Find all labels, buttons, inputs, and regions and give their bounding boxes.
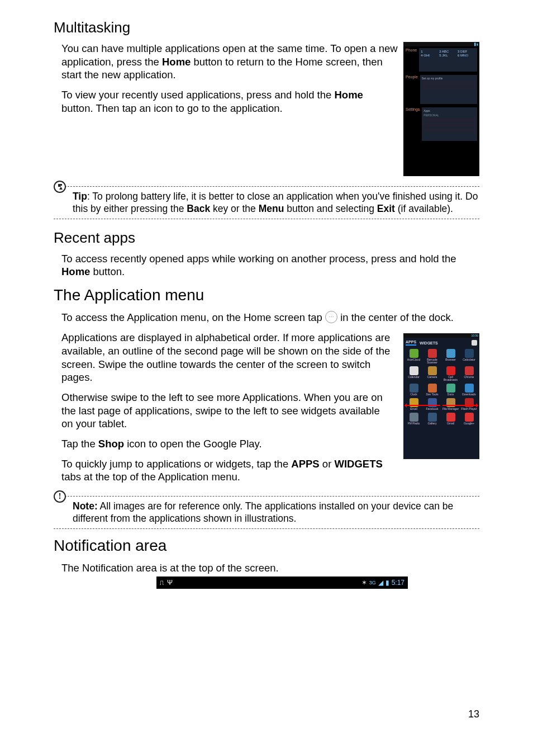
thumb-app-fm-radio: FM Radio [404, 412, 423, 426]
thumb-app-google+: Google+ [460, 412, 478, 426]
heading-application-menu: The Application menu [54, 286, 479, 304]
text-bold-home: Home [61, 266, 90, 277]
thumb-tab-apps: APPS [406, 340, 416, 346]
thumb-app-cell-broadcasts: Cell Broadcasts [441, 365, 460, 382]
thumb-app-docs: Docs [441, 382, 460, 397]
text: button and selecting [284, 203, 377, 214]
keypad-1: 1 [421, 50, 439, 53]
appmenu-para-4: Tap the Shop icon to open the Google Pla… [61, 437, 391, 451]
text: icon to open the Google Play. [124, 438, 262, 450]
thumb-app-downloads: Downloads [460, 382, 478, 397]
note-label: Note: [73, 500, 98, 512]
keypad-5: 5 JKL [439, 54, 457, 57]
keypad-6: 6 MNO [458, 54, 475, 57]
text: in the center of the dock. [337, 311, 454, 323]
note-icon: ! [54, 490, 66, 503]
thumb-app-calendar: Calendar [404, 365, 423, 382]
thumb-clock: 10:56 [471, 334, 478, 337]
thumb-app-email: Email [404, 397, 423, 412]
thumb-app-acercloud: AcerCloud [404, 348, 423, 365]
thumb-app-gallery: Gallery [423, 412, 441, 426]
text: (if available). [395, 203, 453, 214]
thumb-app-gmail: Gmail [441, 412, 460, 426]
thumb-app-clock: Clock [404, 382, 423, 397]
thumb-app-barcode-scanner: Barcode Scanner [423, 348, 441, 365]
text: To access recently opened apps while wor… [61, 253, 456, 264]
text: To access the Application menu, on the H… [61, 311, 325, 323]
note-callout: ! Note: All images are for reference onl… [54, 496, 479, 529]
keypad-2: 2 ABC [439, 50, 457, 53]
text: key or the [210, 203, 259, 214]
signal-bars-icon: ◢ [378, 579, 383, 587]
keypad-4: 4 GHI [421, 54, 439, 57]
wifi-off-icon: ✶ [361, 579, 367, 587]
thumb-app-browser: Browser [441, 348, 460, 365]
thumb-tab-widgets: WIDGETS [420, 341, 438, 345]
heading-notification-area: Notification area [54, 537, 479, 555]
appmenu-para-5: To quickly jump to applications or widge… [61, 457, 391, 484]
connection-icon: Ψ [167, 579, 173, 587]
text-bold-menu: Menu [259, 203, 284, 214]
thumb-app-camera: Camera [423, 365, 441, 382]
status-bar-time: 5:17 [392, 579, 404, 587]
thumb-label-settings: Settings [406, 107, 420, 111]
shop-icon [472, 340, 477, 346]
thumb-app-dev-tools: Dev Tools [423, 382, 441, 397]
text-bold-home: Home [334, 89, 363, 101]
appmenu-para-1: To access the Application menu, on the H… [61, 311, 479, 324]
text-bold-exit: Exit [377, 203, 395, 214]
appmenu-para-3: Otherwise swipe to the left to see more … [61, 391, 391, 431]
text-bold-back: Back [187, 203, 210, 214]
status-bar-screenshot: ⎍ Ψ ✶ 3G◢ ▮ 5:17 [156, 577, 408, 589]
thumb-app-chrome: Chrome [460, 365, 478, 382]
text-bold-widgets: WIDGETS [334, 458, 382, 470]
text: button. [90, 266, 125, 277]
text: or [320, 458, 335, 470]
usb-icon: ⎍ [160, 579, 164, 587]
heading-recent-apps: Recent apps [54, 229, 479, 247]
recent-apps-para: To access recently opened apps while wor… [61, 252, 479, 278]
heading-multitasking: Multitasking [54, 19, 479, 36]
multitasking-para-2: To view your recently used applications,… [61, 88, 363, 115]
tip-callout: Tip: To prolong battery life, it is bett… [54, 186, 479, 219]
text: Tap the [61, 438, 98, 450]
tip-icon [54, 181, 66, 193]
page-number: 13 [468, 708, 479, 720]
signal-3g-label: 3G [369, 580, 376, 587]
text: tabs at the top of the Application menu. [61, 471, 240, 483]
text-bold-shop: Shop [98, 438, 124, 450]
tip-label: Tip [73, 191, 87, 202]
thumb-app-calculator: Calculator [460, 348, 478, 365]
text: To quickly jump to applications or widge… [61, 458, 291, 470]
screenshot-app-menu: 10:56 APPS WIDGETS AcerCloudBarcode Scan… [403, 333, 479, 459]
thumb-label-phone: Phone [406, 48, 417, 52]
screenshot-recent-apps: ▋▮ Phone 1 2 ABC 3 DEF 4 GHI 5 JKL 6 MNO… [403, 42, 479, 176]
swipe-left-arrow [404, 405, 440, 406]
battery-icon: ▮ [386, 579, 389, 587]
apps-grid-icon: ⋯ [325, 311, 337, 323]
notification-para: The Notification area is at the top of t… [61, 561, 479, 575]
swipe-right-arrow [442, 405, 478, 406]
thumb-app-facebook: Facebook [423, 397, 441, 412]
thumb-label-people: People [406, 75, 418, 79]
text-bold-apps: APPS [291, 458, 319, 470]
text: button. Then tap an icon to go to the ap… [61, 102, 283, 114]
keypad-3: 3 DEF [458, 50, 475, 53]
text: All images are for reference only. The a… [73, 500, 453, 524]
text-bold-home: Home [162, 56, 191, 68]
text: To view your recently used applications,… [61, 89, 334, 101]
thumb-app-file-manager: File Manager [441, 397, 460, 412]
appmenu-para-2: Applications are displayed in alphabetic… [61, 331, 391, 384]
